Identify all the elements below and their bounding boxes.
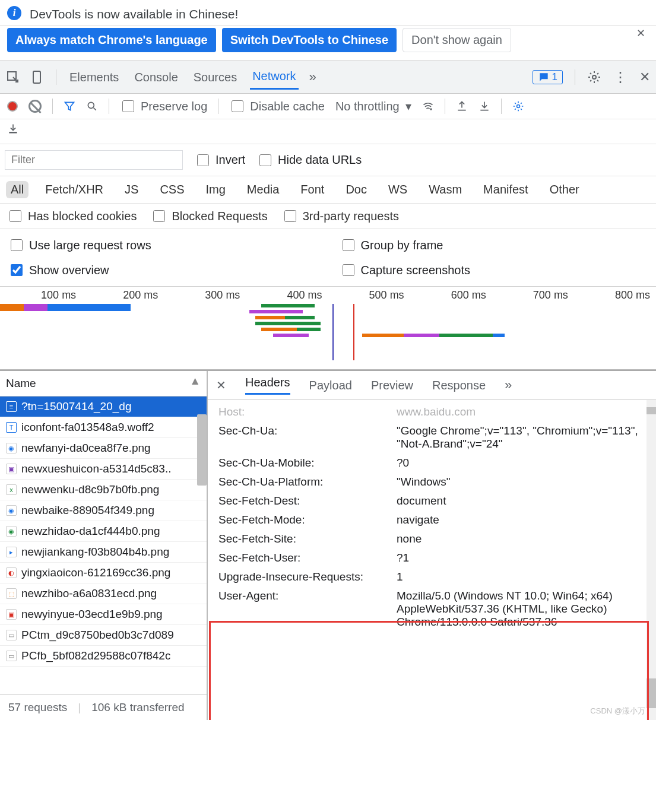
- use-large-rows-checkbox[interactable]: Use large request rows: [8, 237, 316, 253]
- request-row[interactable]: ≡?tn=15007414_20_dg: [0, 397, 207, 417]
- tab-payload[interactable]: Payload: [309, 379, 352, 392]
- header-key: Sec-Fetch-User:: [218, 551, 397, 564]
- download-icon[interactable]: [478, 100, 490, 112]
- type-media[interactable]: Media: [242, 181, 284, 198]
- type-all[interactable]: All: [6, 181, 28, 198]
- tick: 600 ms: [410, 289, 492, 302]
- group-by-frame-checkbox[interactable]: Group by frame: [340, 237, 648, 253]
- filter-icon[interactable]: [64, 100, 75, 112]
- clear-button[interactable]: [28, 100, 42, 113]
- request-row[interactable]: ⬚newzhibo-a6a0831ecd.png: [0, 583, 207, 604]
- type-doc[interactable]: Doc: [341, 181, 372, 198]
- request-row[interactable]: ▭PCfb_5bf082d29588c07f842c: [0, 646, 207, 667]
- inspect-icon[interactable]: [6, 70, 20, 84]
- switch-language-button[interactable]: Switch DevTools to Chinese: [222, 28, 397, 52]
- request-name: yingxiaoicon-612169cc36.png: [21, 566, 170, 579]
- image-icon: ▸: [6, 547, 17, 557]
- request-row[interactable]: ◐yingxiaoicon-612169cc36.png: [0, 563, 207, 583]
- infobar-message: DevTools is now available in Chinese!: [30, 6, 238, 21]
- scrollbar-track[interactable]: [647, 400, 656, 720]
- header-value: "Google Chrome";v="113", "Chromium";v="1…: [397, 424, 645, 451]
- request-row[interactable]: ▣newxueshuicon-a5314d5c83..: [0, 459, 207, 480]
- type-js[interactable]: JS: [120, 181, 143, 198]
- tab-response[interactable]: Response: [432, 379, 486, 392]
- scrollbar-thumb[interactable]: [647, 678, 656, 708]
- more-tabs-icon[interactable]: »: [309, 69, 316, 85]
- third-party-checkbox[interactable]: 3rd-party requests: [282, 208, 399, 224]
- detail-panel: ✕ Headers Payload Preview Response » Hos…: [208, 371, 656, 720]
- close-devtools-icon[interactable]: ✕: [639, 69, 650, 85]
- header-value: none: [397, 532, 645, 545]
- request-name: newjiankang-f03b804b4b.png: [21, 545, 169, 559]
- request-row[interactable]: ◉newfanyi-da0cea8f7e.png: [0, 438, 207, 459]
- request-row[interactable]: ◉newbaike-889054f349.png: [0, 500, 207, 521]
- throttling-select[interactable]: No throttling ▾: [335, 99, 411, 113]
- type-css[interactable]: CSS: [155, 181, 189, 198]
- separator: [445, 99, 445, 114]
- type-wasm[interactable]: Wasm: [424, 181, 467, 198]
- dom-loaded-line: [332, 304, 334, 360]
- match-language-button[interactable]: Always match Chrome's language: [7, 28, 216, 52]
- blocked-requests-checkbox[interactable]: Blocked Requests: [151, 208, 267, 224]
- network-controls: Preserve log Disable cache No throttling…: [0, 94, 656, 119]
- load-line: [353, 304, 354, 360]
- download-har-icon[interactable]: [7, 123, 19, 135]
- filter-input[interactable]: [5, 150, 183, 170]
- scrollbar-thumb[interactable]: [197, 414, 207, 486]
- headers-content[interactable]: Host:www.baidu.com Sec-Ch-Ua:"Google Chr…: [208, 400, 656, 720]
- chevron-down-icon: ▾: [405, 99, 411, 113]
- tab-preview[interactable]: Preview: [371, 379, 413, 392]
- request-row[interactable]: ▭PCtm_d9c8750bed0b3c7d089: [0, 625, 207, 646]
- tab-sources[interactable]: Sources: [191, 66, 239, 89]
- tab-headers[interactable]: Headers: [245, 376, 290, 395]
- header-key: Upgrade-Insecure-Requests:: [218, 570, 397, 583]
- type-img[interactable]: Img: [201, 181, 230, 198]
- sort-icon: ▲: [189, 375, 201, 388]
- close-detail-icon[interactable]: ✕: [216, 378, 226, 392]
- tab-network[interactable]: Network: [250, 65, 298, 90]
- image-icon: ◐: [6, 567, 17, 578]
- type-ws[interactable]: WS: [384, 181, 412, 198]
- dismiss-button[interactable]: Don't show again: [403, 28, 511, 52]
- wifi-icon[interactable]: [422, 100, 434, 112]
- request-row[interactable]: ▣newyinyue-03ecd1e9b9.png: [0, 604, 207, 625]
- invert-checkbox[interactable]: Invert: [195, 153, 245, 168]
- hide-data-urls-checkbox[interactable]: Hide data URLs: [257, 153, 362, 168]
- device-icon[interactable]: [31, 70, 45, 84]
- network-settings-icon[interactable]: [512, 100, 524, 112]
- show-overview-checkbox[interactable]: Show overview: [8, 262, 316, 278]
- image-icon: x: [6, 484, 17, 495]
- request-name: newzhibo-a6a0831ecd.png: [21, 587, 157, 600]
- close-icon[interactable]: ✕: [636, 27, 645, 40]
- request-list[interactable]: ≡?tn=15007414_20_dg Ticonfont-fa013548a9…: [0, 397, 207, 694]
- type-font[interactable]: Font: [296, 181, 329, 198]
- messages-badge[interactable]: 1: [533, 70, 563, 84]
- type-manifest[interactable]: Manifest: [478, 181, 533, 198]
- record-button[interactable]: [7, 101, 18, 112]
- separator: [109, 99, 109, 114]
- gear-icon[interactable]: [587, 70, 601, 84]
- request-row[interactable]: ▸newjiankang-f03b804b4b.png: [0, 542, 207, 563]
- type-other[interactable]: Other: [545, 181, 584, 198]
- image-icon: ◉: [6, 443, 17, 453]
- tab-elements[interactable]: Elements: [67, 66, 121, 89]
- scrollbar-arrow[interactable]: [647, 407, 656, 414]
- kebab-icon[interactable]: ⋮: [613, 69, 628, 85]
- more-tabs-icon[interactable]: »: [505, 378, 512, 393]
- header-key: Sec-Ch-Ua-Platform:: [218, 475, 397, 489]
- search-icon[interactable]: [86, 100, 98, 112]
- type-fetch[interactable]: Fetch/XHR: [40, 181, 108, 198]
- request-row[interactable]: Ticonfont-fa013548a9.woff2: [0, 417, 207, 438]
- request-row[interactable]: xnewwenku-d8c9b7b0fb.png: [0, 480, 207, 500]
- capture-screenshots-checkbox[interactable]: Capture screenshots: [340, 262, 648, 278]
- has-blocked-cookies-checkbox[interactable]: Has blocked cookies: [7, 208, 137, 224]
- name-column-header[interactable]: Name ▲: [0, 371, 207, 397]
- separator: [501, 99, 502, 114]
- preserve-log-checkbox[interactable]: Preserve log: [120, 99, 207, 114]
- waterfall: [0, 304, 656, 360]
- timeline-overview[interactable]: 100 ms 200 ms 300 ms 400 ms 500 ms 600 m…: [0, 287, 656, 370]
- tab-console[interactable]: Console: [132, 66, 180, 89]
- disable-cache-checkbox[interactable]: Disable cache: [229, 99, 325, 114]
- upload-icon[interactable]: [456, 100, 468, 112]
- request-row[interactable]: ◉newzhidao-da1cf444b0.png: [0, 521, 207, 542]
